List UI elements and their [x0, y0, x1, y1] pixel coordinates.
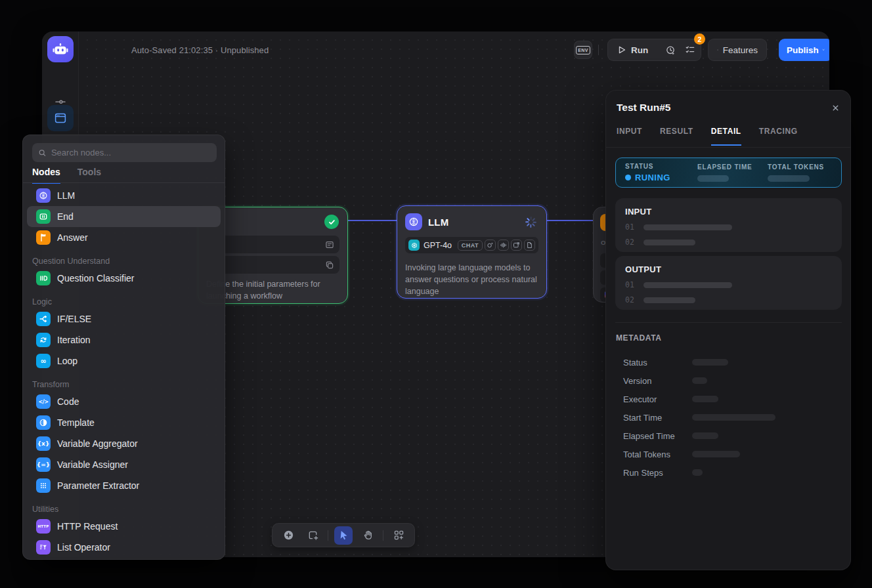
organize-nodes-button[interactable] — [389, 526, 408, 545]
tab-tools[interactable]: Tools — [77, 167, 101, 184]
close-icon[interactable] — [829, 102, 841, 114]
sidebar-panel-button[interactable] — [47, 105, 74, 131]
run-tab-input[interactable]: INPUT — [617, 127, 642, 146]
status-column-label: TOTAL TOKENS — [768, 163, 824, 171]
metadata-row: Start Time — [606, 408, 850, 427]
test-run-panel: Test Run#5 INPUTRESULTDETAILTRACING STAT… — [605, 90, 851, 570]
hand-mode-button[interactable] — [359, 526, 377, 545]
checklist-icon[interactable] — [685, 45, 695, 55]
model-selector[interactable]: GPT-4o CHAT — [405, 237, 538, 253]
node-item-template[interactable]: Template — [27, 412, 221, 433]
start-input-field[interactable] — [206, 236, 339, 253]
node-item-variable-assigner[interactable]: {=}Variable Assigner — [27, 454, 221, 475]
env-icon: ENV — [576, 46, 591, 54]
chevron-down-icon — [822, 45, 825, 54]
add-note-button[interactable] — [303, 526, 322, 545]
stopwatch-icon[interactable] — [665, 45, 676, 55]
node-item-variable-aggregator[interactable]: {x}Variable Aggregator — [27, 433, 221, 454]
extractor-icon — [36, 478, 51, 493]
output-card-title: OUTPUT — [625, 264, 832, 274]
loading-skeleton — [692, 359, 728, 366]
node-item-code[interactable]: </>Code — [27, 391, 221, 412]
node-item-question-classifier[interactable]: Question Classifier — [27, 268, 221, 289]
add-node-button[interactable] — [279, 526, 297, 545]
search-input[interactable] — [51, 148, 211, 158]
line-number: 01 — [625, 222, 634, 232]
search-icon — [38, 148, 47, 158]
input-rows: 0102 — [625, 222, 832, 247]
cursor-icon — [338, 530, 349, 541]
edge-llm-to-end — [547, 220, 594, 221]
features-button[interactable]: Features — [708, 39, 767, 61]
metadata-row: Executor — [606, 390, 850, 408]
metadata-label: Status — [623, 358, 692, 368]
plus-circle-icon — [283, 530, 294, 541]
status-column-total-tokens: TOTAL TOKENS — [768, 163, 824, 182]
model-name: GPT-4o — [424, 241, 456, 250]
node-item-end[interactable]: End — [27, 206, 221, 227]
node-item-http-request[interactable]: HTTPHTTP Request — [27, 516, 221, 537]
node-item-if-else[interactable]: IF/ELSE — [27, 308, 221, 329]
autosave-status: Auto-Saved 21:02:35 · Unpublished — [131, 45, 269, 55]
iteration-icon — [36, 333, 51, 347]
run-tab-result[interactable]: RESULT — [660, 127, 693, 146]
model-capability-tags: CHAT — [456, 240, 535, 251]
start-input-field[interactable] — [206, 256, 339, 274]
metadata-row: Run Steps — [606, 463, 850, 482]
run-panel-tabs: INPUTRESULTDETAILTRACING — [617, 127, 798, 146]
robot-icon — [52, 41, 69, 58]
hand-icon — [362, 530, 374, 541]
canvas-toolbar — [272, 523, 415, 547]
output-card: OUTPUT 0102 — [615, 256, 842, 310]
node-section-label: Question Understand — [23, 248, 225, 268]
tab-nodes[interactable]: Nodes — [32, 167, 60, 184]
workflow-app: Auto-Saved 21:02:35 · Unpublished ENV Ru… — [0, 0, 872, 588]
branch-icon — [36, 312, 51, 326]
env-variables-button[interactable]: ENV — [574, 41, 592, 59]
node-item-label: LLM — [57, 190, 75, 201]
node-item-loop[interactable]: ∞Loop — [27, 350, 221, 371]
run-tab-detail[interactable]: DETAIL — [711, 127, 741, 146]
metadata-label: Elapsed Time — [623, 431, 692, 441]
node-item-label: HTTP Request — [57, 521, 118, 532]
metadata-label: Total Tokens — [623, 450, 692, 459]
flag-icon — [36, 230, 51, 245]
loop-icon: ∞ — [36, 354, 51, 368]
node-item-iteration[interactable]: Iteration — [27, 329, 221, 350]
loading-skeleton — [643, 224, 732, 230]
metadata-row: Elapsed Time — [606, 427, 850, 445]
loading-skeleton — [692, 396, 718, 402]
input-card-title: INPUT — [625, 207, 832, 217]
node-item-label: Loop — [57, 356, 77, 366]
status-column-elapsed-time: ELAPSED TIME — [697, 163, 768, 182]
run-status-card: STATUSRUNINGELAPSED TIMETOTAL TOKENS — [615, 158, 842, 188]
run-tabs-divider — [606, 147, 850, 148]
pointer-mode-button[interactable] — [334, 526, 353, 545]
publish-button-label: Publish — [787, 45, 819, 55]
status-value: RUNING — [625, 173, 697, 182]
node-item-parameter-extractor[interactable]: Parameter Extractor — [27, 475, 221, 496]
list-icon — [36, 540, 51, 555]
template-icon — [36, 415, 51, 430]
status-column-label: STATUS — [625, 163, 697, 170]
run-tab-tracing[interactable]: TRACING — [759, 127, 798, 146]
window-icon — [54, 112, 67, 125]
output-rows: 0102 — [625, 280, 832, 304]
llm-node[interactable]: LLM GPT-4o CHAT Invoking large language … — [397, 205, 547, 299]
node-item-label: Variable Assigner — [57, 459, 128, 470]
success-check-icon — [324, 215, 339, 229]
node-item-label: Template — [57, 417, 95, 428]
tabs-divider — [23, 182, 225, 183]
run-button[interactable]: Run — [608, 45, 657, 55]
node-item-list-operator[interactable]: List Operator — [27, 537, 221, 558]
node-search-box[interactable] — [32, 143, 217, 162]
organize-icon — [393, 530, 404, 541]
app-logo[interactable] — [47, 36, 74, 62]
assigner-icon: {=} — [36, 457, 51, 472]
publish-button[interactable]: Publish — [779, 39, 829, 61]
node-item-label: IF/ELSE — [57, 314, 91, 324]
node-item-answer[interactable]: Answer — [27, 227, 221, 248]
brain-icon — [36, 188, 51, 203]
node-item-llm[interactable]: LLM — [27, 185, 221, 206]
input-card: INPUT 0102 — [615, 198, 842, 252]
